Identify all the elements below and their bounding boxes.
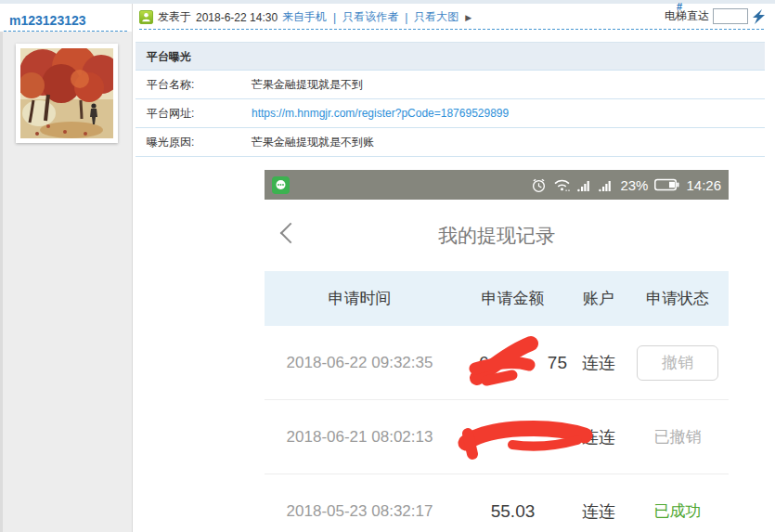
amount-fragment: 75: [548, 353, 567, 373]
forum-post-page: m123123123: [0, 0, 775, 532]
battery-icon: [654, 178, 679, 191]
elevator-jump-label: 电梯直达: [665, 8, 709, 24]
header-apply-status: 申请状态: [626, 288, 729, 309]
phone-screenshot[interactable]: 23% 14:26 我的提现记录 申请时间 申请金额 账户 申请状态: [265, 170, 729, 532]
status-bar-time: 14:26: [686, 177, 721, 193]
wifi-icon: [553, 178, 571, 192]
post-header-divider: [139, 29, 764, 30]
view-large-image-link[interactable]: 只看大图: [414, 9, 459, 25]
avatar[interactable]: [16, 44, 118, 143]
platform-name-label: 平台名称:: [136, 71, 252, 98]
post-header: 发表于 2018-6-22 14:30 来自手机 | 只看该作者 | 只看大图 …: [134, 4, 775, 30]
exposure-table-title: 平台曝光: [136, 43, 765, 71]
withdraw-row: 2018-05-23 08:32:17 55.03 连连 已成功: [265, 474, 729, 532]
view-author-link[interactable]: 只看该作者: [342, 9, 398, 25]
post-main: 发表于 2018-6-22 14:30 来自手机 | 只看该作者 | 只看大图 …: [134, 4, 775, 532]
separator: |: [333, 11, 336, 24]
table-row: 平台网址: https://m.hnmgjr.com/register?pCod…: [136, 99, 765, 128]
alarm-icon: [531, 177, 547, 193]
withdraw-row: 2018-06-21 08:02:13 连连 已撤销: [265, 400, 729, 474]
withdraw-table-header: 申请时间 申请金额 账户 申请状态: [265, 271, 729, 326]
exposure-reason-value: 芒果金融提现就是不到账: [252, 128, 374, 156]
author-username[interactable]: m123123123: [0, 4, 132, 28]
chat-app-icon: [272, 176, 290, 194]
battery-percent: 23%: [620, 177, 648, 193]
withdraw-account: 连连: [571, 500, 626, 523]
expand-arrow-icon[interactable]: ▶: [465, 13, 471, 22]
red-scribble-redaction: [460, 331, 553, 393]
withdraw-time: 2018-06-22 09:32:35: [265, 354, 455, 372]
platform-name-value: 芒果金融提现就是不到: [252, 71, 363, 98]
author-post-icon: [139, 10, 153, 24]
platform-url-label: 平台网址:: [136, 99, 252, 127]
signal-icon-1: [577, 178, 592, 192]
posted-prefix: 发表于: [158, 9, 191, 25]
withdraw-account: 连连: [571, 352, 626, 374]
status-success: 已成功: [654, 502, 702, 520]
withdraw-amount: 55.03: [491, 501, 536, 521]
table-row: 平台名称: 芒果金融提现就是不到: [136, 71, 765, 99]
platform-exposure-table: 平台曝光 平台名称: 芒果金融提现就是不到 平台网址: https://m.hn…: [136, 42, 765, 157]
withdraw-account: 连连: [571, 426, 626, 448]
author-sidebar: m123123123: [0, 4, 133, 532]
from-mobile-link[interactable]: 来自手机: [282, 9, 327, 25]
cancel-withdraw-button[interactable]: 撤销: [637, 345, 718, 381]
withdraw-time: 2018-05-23 08:32:17: [265, 502, 455, 521]
status-cancelled: 已撤销: [654, 428, 702, 446]
header-apply-amount: 申请金额: [455, 288, 571, 309]
signal-icon-2: [599, 178, 614, 192]
sidebar-body: [0, 32, 132, 532]
separator: |: [405, 11, 407, 24]
table-row: 曝光原因: 芒果金融提现就是不到账: [136, 128, 765, 157]
posted-time: 2018-6-22 14:30: [196, 11, 278, 24]
header-apply-time: 申请时间: [265, 288, 455, 309]
jump-page-input[interactable]: [713, 8, 748, 24]
phone-page-title: 我的提现记录: [265, 200, 729, 271]
header-account: 账户: [571, 288, 626, 309]
amount-fragment: 6: [479, 353, 489, 373]
withdraw-row: 2018-06-22 09:32:35 6 75 连连 撤销: [265, 326, 729, 400]
jump-rocket-icon[interactable]: [752, 9, 766, 24]
exposure-reason-label: 曝光原因:: [136, 128, 252, 156]
phone-status-bar: 23% 14:26: [265, 170, 729, 200]
phone-nav-bar: 我的提现记录: [265, 200, 729, 271]
autumn-avatar-image: [20, 48, 113, 138]
withdraw-time: 2018-06-21 08:02:13: [265, 428, 455, 447]
platform-url-link[interactable]: https://m.hnmgjr.com/register?pCode=1876…: [252, 99, 509, 127]
